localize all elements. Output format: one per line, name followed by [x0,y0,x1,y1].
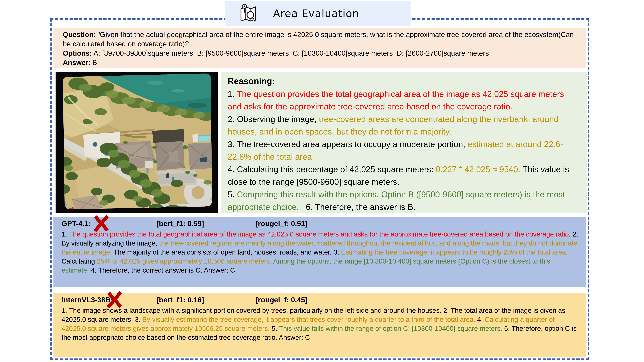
gpt-bert-score: [bert_f1: 0.59] [156,219,204,229]
map-search-icon [239,2,258,24]
x-mark-icon [94,215,109,233]
internvl-model-name: InternVL3-38B: [62,296,113,304]
x-mark-icon [107,291,122,309]
gpt-header: GPT-4.1: [bert_f1: 0.59] [rougel_f: 0.51… [62,219,578,230]
internvl-rouge-score: [rougel_f: 0.45] [256,295,308,305]
figure-area-evaluation: { "palette": { "red": "#FA0000", "gold":… [0,0,644,362]
reasoning-box: Reasoning: 1. The question provides the … [220,72,587,213]
internvl-response-text: 1. The image shows a landscape with a si… [62,306,578,342]
gpt-response-text: 1. The question provides the total geogr… [62,230,578,275]
reasoning-heading: Reasoning: [228,74,580,88]
internvl-bert-score: [bert_f1: 0.16] [156,295,204,305]
internvl-response-box: InternVL3-38B: [bert_f1: 0.16] [rougel_f… [54,293,586,357]
title-banner: Area Evaluation [224,1,410,26]
gpt-rouge-score: [rougel_f: 0.51] [256,219,308,229]
gpt-response-box: GPT-4.1: [bert_f1: 0.59] [rougel_f: 0.51… [54,217,586,287]
internvl-header: InternVL3-38B: [bert_f1: 0.16] [rougel_f… [62,295,578,306]
page-title: Area Evaluation [273,7,359,19]
aerial-image [56,72,218,213]
question-text: Question: "Given that the actual geograp… [63,30,577,67]
reasoning-text: 1. The question provides the total geogr… [228,88,580,213]
gpt-model-name: GPT-4.1: [62,219,91,228]
question-box: Question: "Given that the actual geograp… [54,28,586,68]
